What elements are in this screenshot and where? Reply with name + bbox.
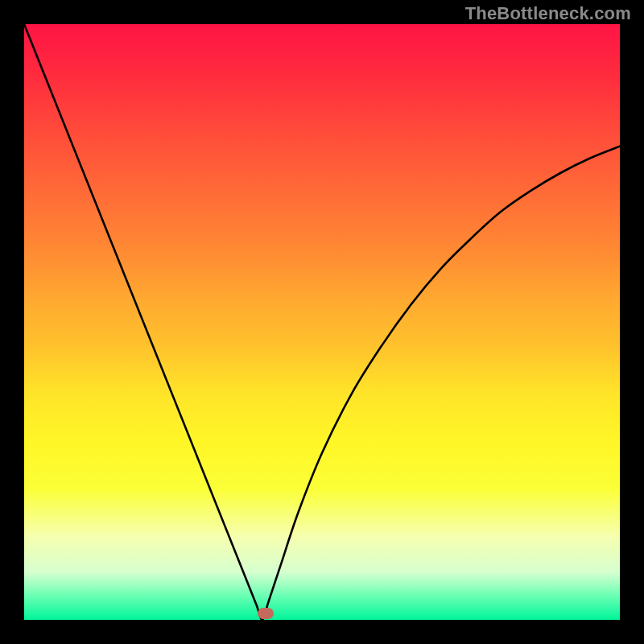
- curve-marker: [258, 608, 274, 619]
- curve-svg: [24, 24, 620, 620]
- watermark-label: TheBottleneck.com: [465, 3, 631, 24]
- plot-area: [24, 24, 620, 620]
- chart-frame: TheBottleneck.com: [0, 0, 644, 644]
- curve-path: [24, 24, 620, 620]
